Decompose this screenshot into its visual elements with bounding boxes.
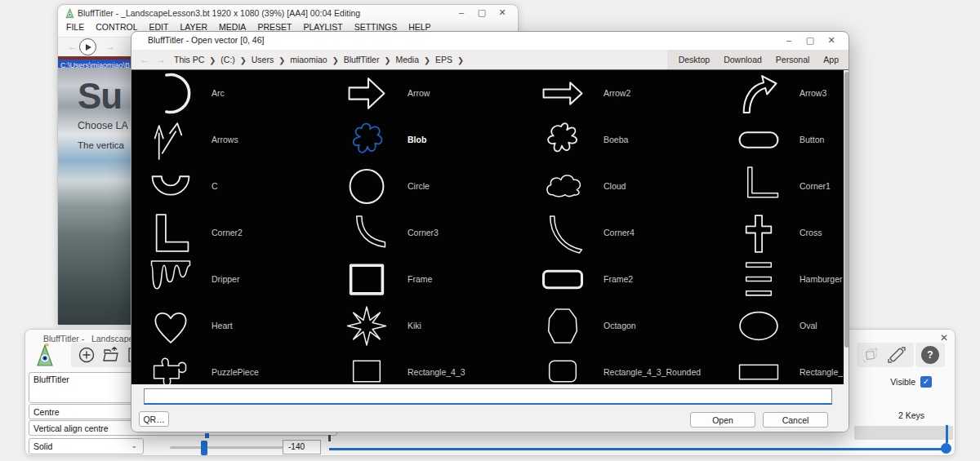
vector-item-arrows[interactable]: Arrows	[131, 117, 327, 163]
vector-item-c[interactable]: C	[131, 163, 327, 210]
main-titlebar[interactable]: BluffTitler - _LandscapeLesson3.bt 1920 …	[58, 5, 518, 21]
button-shape-icon	[731, 119, 786, 161]
vector-item-label: Rectangle_4_3	[408, 349, 466, 384]
style-dropdown-value: Solid	[33, 441, 52, 451]
file-path-value: C:\Users\miaomiao\B	[58, 60, 132, 68]
breadcrumb-item[interactable]: Users	[252, 55, 274, 64]
kiki-shape-icon	[339, 305, 394, 347]
hamburger-shape-icon	[731, 259, 786, 300]
visible-row: Visible ✓	[890, 376, 932, 388]
breadcrumb-item[interactable]: (C:)	[220, 55, 235, 64]
cancel-button[interactable]: Cancel	[763, 412, 828, 428]
vector-item-boeba[interactable]: Boeba	[523, 117, 719, 163]
open-media-icon[interactable]	[102, 346, 120, 364]
menu-item-control[interactable]: CONTROL	[96, 22, 137, 32]
timeline-slider-track[interactable]	[329, 448, 948, 450]
vector-item-oval[interactable]: Oval	[719, 303, 849, 349]
vector-item-arrow[interactable]: Arrow	[327, 70, 523, 117]
cross-shape-icon	[731, 212, 786, 254]
vector-item-label: Hamburger	[800, 256, 843, 303]
breadcrumb-item[interactable]: EPS	[435, 55, 452, 64]
breadcrumb-item[interactable]: miaomiao	[290, 55, 327, 64]
play-button[interactable]	[79, 38, 96, 55]
vector-item-corner4[interactable]: Corner4	[523, 210, 719, 256]
vector-item-frame[interactable]: Frame	[327, 256, 523, 303]
vector-item-label: Arrow3	[800, 70, 826, 117]
timeline-slider-handle[interactable]	[941, 443, 951, 454]
vector-item-corner2[interactable]: Corner2	[131, 210, 327, 256]
nav-back-icon[interactable]: ←	[140, 54, 149, 65]
vector-item-button[interactable]: Button	[719, 117, 849, 163]
quick-link-download[interactable]: Download	[724, 55, 762, 64]
vector-item-rectangle_16[interactable]: Rectangle_16	[719, 349, 849, 384]
qr-button[interactable]: QR…	[139, 411, 169, 427]
vector-item-circle[interactable]: Circle	[327, 163, 523, 210]
keyframe-track[interactable]	[854, 426, 953, 440]
close-icon[interactable]: ✕	[493, 7, 511, 18]
help-icon[interactable]: ?	[921, 346, 939, 364]
transform-cube-icon[interactable]	[862, 346, 880, 364]
dialog-minimize-icon[interactable]: –	[780, 35, 798, 45]
slider-tick-blue	[205, 433, 209, 438]
value-slider-track[interactable]	[170, 446, 297, 449]
dialog-title: BluffTitler - Open vector [0, 46]	[148, 35, 264, 45]
vector-item-arrow2[interactable]: Arrow2	[523, 70, 719, 117]
vector-item-dripper[interactable]: Dripper	[131, 256, 327, 303]
vector-item-frame2[interactable]: Frame2	[523, 256, 719, 303]
corner2-shape-icon	[143, 212, 198, 254]
style-dropdown[interactable]: Solid ⌄	[29, 438, 144, 454]
step-back-icon[interactable]: ←	[68, 41, 78, 52]
filename-input[interactable]	[144, 388, 832, 405]
dialog-footer: QR… Open Cancel	[131, 384, 849, 432]
vector-item-cross[interactable]: Cross	[719, 210, 849, 256]
dialog-navbar: ← → This PC❯(C:)❯Users❯miaomiao❯BluffTit…	[131, 50, 849, 70]
vector-item-kiki[interactable]: Kiki	[327, 303, 523, 349]
quick-link-app[interactable]: App	[823, 55, 839, 64]
visible-checkbox[interactable]: ✓	[920, 376, 932, 388]
scrollbar-thumb[interactable]	[844, 72, 849, 348]
vector-item-corner1[interactable]: Corner1	[719, 163, 849, 210]
vector-item-label: Cloud	[604, 163, 626, 210]
slider-value-input[interactable]: -140	[283, 440, 321, 454]
breadcrumb[interactable]: This PC❯(C:)❯Users❯miaomiao❯BluffTitler❯…	[174, 55, 469, 64]
scrollbar[interactable]	[844, 70, 849, 384]
vector-item-arrow3[interactable]: Arrow3	[719, 70, 849, 117]
breadcrumb-separator-icon: ❯	[457, 55, 464, 64]
maximize-icon[interactable]: ▢	[473, 7, 491, 18]
open-button[interactable]: Open	[690, 412, 755, 428]
resize-ruler-icon[interactable]	[888, 346, 906, 364]
vector-item-label: Arrow2	[604, 70, 630, 117]
quick-link-desktop[interactable]: Desktop	[679, 55, 710, 64]
vector-item-puzzlepiece[interactable]: PuzzlePiece	[131, 349, 327, 384]
breadcrumb-item[interactable]: This PC	[174, 55, 204, 64]
vector-item-label: Corner4	[604, 210, 635, 256]
vector-item-rectangle_4_3[interactable]: Rectangle_4_3	[327, 349, 523, 384]
vector-item-rectangle_4_3_rounded[interactable]: Rectangle_4_3_Rounded	[523, 349, 719, 384]
vector-item-cloud[interactable]: Cloud	[523, 163, 719, 210]
value-slider-handle[interactable]	[201, 441, 207, 455]
vector-item-corner3[interactable]: Corner3	[327, 210, 523, 256]
dialog-maximize-icon[interactable]: ▢	[801, 35, 819, 46]
vector-item-blob[interactable]: Blob	[327, 117, 523, 163]
menu-item-file[interactable]: FILE	[66, 22, 84, 32]
vector-grid: ArcArrowArrow2Arrow3ArrowsBlobBoebaButto…	[131, 70, 849, 384]
add-layer-icon[interactable]	[78, 346, 96, 364]
vector-item-arc[interactable]: Arc	[131, 70, 327, 117]
breadcrumb-item[interactable]: Media	[395, 55, 419, 64]
breadcrumb-item[interactable]: BluffTitler	[344, 55, 380, 64]
arrow-shape-icon	[339, 73, 394, 114]
arrows-shape-icon	[143, 119, 198, 161]
vector-item-heart[interactable]: Heart	[131, 303, 327, 349]
panel-close-icon[interactable]: ✕	[940, 332, 948, 344]
vector-item-hamburger[interactable]: Hamburger	[719, 256, 849, 303]
keyframe-marker[interactable]	[946, 425, 948, 443]
dialog-close-icon[interactable]: ✕	[822, 35, 840, 46]
breadcrumb-separator-icon: ❯	[384, 55, 390, 64]
corner3-shape-icon	[339, 212, 394, 254]
vector-item-label: Button	[800, 117, 824, 163]
step-forward-icon[interactable]: →	[105, 41, 115, 52]
quick-link-personal[interactable]: Personal	[776, 55, 809, 64]
vector-item-octagon[interactable]: Octagon	[523, 303, 719, 349]
minimize-icon[interactable]: –	[452, 7, 470, 17]
nav-forward-icon[interactable]: →	[156, 54, 166, 65]
